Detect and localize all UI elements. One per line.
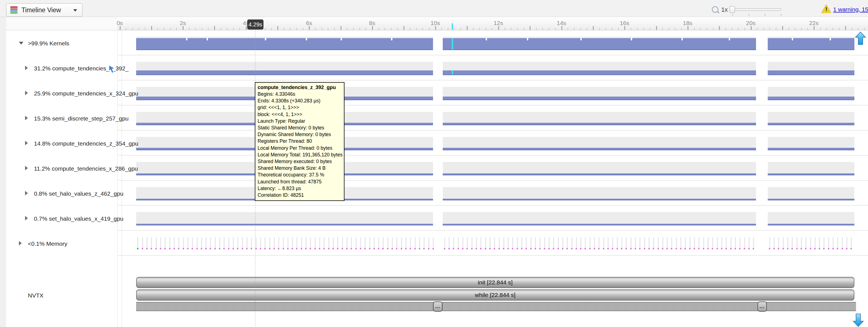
- kernel-bars-segment[interactable]: [443, 173, 756, 175]
- kernel-bars-segment[interactable]: [768, 97, 854, 100]
- memory-interval-tick: [666, 237, 668, 249]
- sidebar-row-compute-tendencies-x-286-gpu[interactable]: 11.2% compute_tendencies_x_286_gpu: [6, 163, 117, 174]
- zoom-slider[interactable]: [731, 8, 781, 11]
- memory-interval-tick: [676, 237, 677, 249]
- ruler-minor-tick: [769, 28, 770, 30]
- memory-interval-tick: [467, 237, 468, 249]
- sidebar-row-label: <0.1% Memory: [28, 240, 67, 247]
- expand-icon[interactable]: [25, 66, 28, 70]
- sidebar-row-compute-tendencies-z-354-gpu[interactable]: 14.8% compute_tendencies_z_354_gpu: [6, 138, 117, 149]
- kernel-bars-segment[interactable]: [768, 70, 854, 75]
- sidebar-row-nvtx[interactable]: NVTX: [6, 290, 117, 301]
- memory-event-dot: [337, 248, 338, 249]
- kernel-bars-segment[interactable]: [136, 224, 433, 225]
- nvtx-range-init[interactable]: init [22.844 s]: [136, 277, 855, 288]
- scroll-down-button[interactable]: [852, 313, 864, 327]
- memory-event-dot: [378, 248, 379, 249]
- tooltip-line: Static Shared Memory: 0 bytes: [257, 124, 342, 131]
- ellipsis-badge[interactable]: ...: [433, 301, 442, 312]
- memory-event-dot: [278, 248, 279, 249]
- kernel-bars-segment[interactable]: [136, 70, 433, 75]
- memory-event-dot: [210, 248, 211, 249]
- memory-interval-tick: [846, 237, 847, 249]
- memory-interval-tick: [265, 237, 266, 249]
- memory-event-dot: [419, 248, 420, 249]
- memory-event-dot: [305, 248, 307, 249]
- expand-icon[interactable]: [19, 241, 22, 246]
- nsight-timeline-window: Timeline View 1x ! 1 warning, 15 message…: [0, 0, 868, 327]
- memory-event-dot: [823, 248, 825, 249]
- memory-event-dot: [314, 248, 316, 249]
- scroll-up-button[interactable]: [855, 31, 867, 46]
- time-ruler[interactable]: 0s2s4s6s8s10s12s14s16s18s20s22s: [117, 17, 868, 30]
- memory-event-dot: [423, 248, 425, 249]
- kernel-bars-segment[interactable]: [443, 38, 756, 50]
- memory-event-dot: [539, 248, 540, 249]
- kernel-bars-segment[interactable]: [443, 70, 756, 75]
- collapse-icon[interactable]: [19, 42, 23, 44]
- zoom-slider-handle[interactable]: [730, 6, 735, 13]
- kernel-bars-segment[interactable]: [768, 123, 854, 125]
- kernel-bars-segment[interactable]: [768, 38, 854, 50]
- memory-interval-tick: [539, 237, 540, 249]
- kernel-bars-segment[interactable]: [443, 224, 756, 225]
- nvtx-range-while[interactable]: while [22.844 s]: [136, 289, 855, 300]
- view-selector-dropdown[interactable]: Timeline View: [6, 3, 83, 17]
- nvtx-collapsed-range-bar[interactable]: [136, 302, 856, 311]
- memory-interval-tick: [585, 237, 586, 249]
- expand-icon[interactable]: [25, 141, 28, 145]
- ruler-minor-tick: [189, 28, 190, 30]
- kernel-bars-segment[interactable]: [443, 148, 756, 150]
- memory-interval-tick: [787, 237, 788, 249]
- memory-event-dot: [553, 248, 554, 249]
- memory-event-dot: [703, 248, 704, 249]
- kernel-bars-segment[interactable]: [443, 199, 756, 200]
- ruler-minor-tick: [195, 28, 196, 30]
- kernel-bars-segment[interactable]: [443, 97, 756, 100]
- kernel-bars-segment[interactable]: [768, 173, 854, 175]
- expand-icon[interactable]: [25, 166, 28, 170]
- ruler-minor-tick: [567, 28, 568, 30]
- memory-event-dot: [796, 248, 798, 249]
- kernel-bars-segment[interactable]: [136, 38, 433, 50]
- bar-notch: [341, 38, 342, 40]
- sidebar-row-kernels[interactable]: >99.9% Kernels: [6, 38, 117, 49]
- ruler-major-tick: [656, 26, 657, 30]
- sidebar-row-compute-tendencies-z-392-[interactable]: 31.2% compute_tendencies_z_392_: [6, 63, 117, 74]
- sidebar-row-semi-discrete-step-257-gpu[interactable]: 15.3% semi_discrete_step_257_gpu: [6, 113, 117, 124]
- ruler-minor-tick: [441, 28, 442, 30]
- memory-interval-tick: [744, 237, 745, 249]
- memory-interval-tick: [778, 237, 779, 249]
- sidebar-row-set-halo-values-z-462-gpu[interactable]: 0.8% set_halo_values_z_462_gpu: [6, 188, 117, 199]
- bar-notch: [265, 38, 266, 40]
- kernel-bars-segment[interactable]: [443, 123, 756, 125]
- ruler-minor-tick: [145, 28, 145, 30]
- expand-icon[interactable]: [25, 191, 28, 195]
- expand-icon[interactable]: [25, 216, 28, 220]
- ellipsis-badge[interactable]: ...: [757, 301, 767, 312]
- memory-interval-tick: [612, 237, 613, 249]
- memory-interval-tick: [526, 237, 527, 249]
- memory-interval-tick: [649, 237, 650, 249]
- memory-interval-tick: [476, 237, 477, 249]
- selection-marker-row2: [452, 70, 453, 74]
- ruler-major-tick: [183, 26, 184, 30]
- expand-icon[interactable]: [25, 91, 28, 95]
- kernel-bars-segment[interactable]: [768, 199, 854, 200]
- kernel-bars-segment[interactable]: [768, 148, 854, 150]
- messages-link[interactable]: 1 warning, 15 messages: [833, 6, 868, 13]
- sidebar-row-memory[interactable]: <0.1% Memory: [6, 238, 117, 249]
- sidebar-row-set-halo-values-x-419-gpu[interactable]: 0.7% set_halo_values_x_419_gpu: [6, 213, 117, 224]
- ruler-minor-tick: [801, 28, 802, 30]
- sidebar-row-compute-tendencies-x-324-gpu[interactable]: 25.9% compute_tendencies_x_324_gpu: [6, 88, 117, 99]
- memory-interval-tick: [558, 237, 559, 249]
- ruler-minor-tick: [612, 28, 612, 30]
- sidebar-header: [6, 17, 117, 30]
- memory-interval-tick: [183, 237, 184, 249]
- expand-icon[interactable]: [25, 116, 28, 120]
- ruler-minor-tick: [864, 28, 865, 30]
- ruler-minor-tick: [650, 28, 650, 30]
- memory-event-dot: [432, 248, 434, 249]
- zoom-slider-tick: [748, 14, 749, 16]
- kernel-bars-segment[interactable]: [768, 224, 854, 225]
